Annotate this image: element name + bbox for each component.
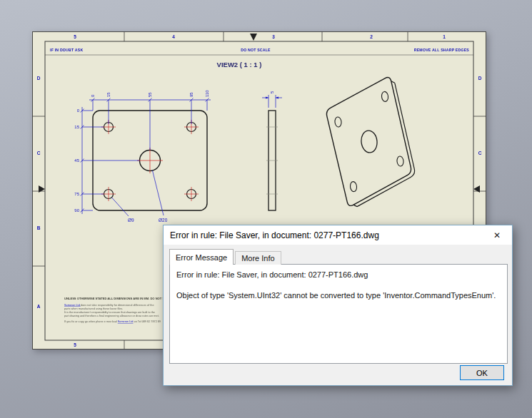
hole-large-label: Ø20 [159, 218, 168, 223]
close-icon[interactable]: ✕ [482, 225, 512, 245]
error-dialog: Error in rule: File Saver, in document: … [163, 225, 513, 386]
zone-right: D [478, 76, 482, 81]
error-message-line-1: Error in rule: File Saver, in document: … [176, 270, 501, 279]
view-title: VIEW2 ( 1 : 1 ) [217, 61, 262, 68]
fine-print-line: Someron Ltd does not take responsibility… [64, 304, 154, 307]
zone-top: 4 [172, 34, 175, 39]
tab-more-info[interactable]: More Info [235, 251, 281, 265]
dim-left: 15 [74, 125, 79, 129]
header-note-right: REMOVE ALL SHARP EDGES [414, 48, 470, 52]
error-message-line-2: Object of type 'System.UInt32' cannot be… [176, 291, 501, 300]
header-note-center: DO NOT SCALE [241, 48, 271, 52]
dim-top: 110 [205, 90, 209, 97]
dim-left: 90 [74, 208, 79, 213]
zone-left: B [37, 225, 41, 230]
dialog-title: Error in rule: File Saver, in document: … [164, 230, 482, 240]
zone-top: 5 [74, 34, 76, 39]
zone-top: 1 [443, 34, 446, 39]
fine-print-line: If you fix or copy go when phone e mee b… [64, 320, 161, 323]
dim-top: 55 [148, 92, 152, 97]
zone-top: 3 [272, 34, 275, 39]
dialog-tab-strip: Error Message More Info [169, 249, 281, 265]
hole-small-label: Ø9 [128, 218, 134, 223]
fine-print-line: It is the manufacturer's responsibility … [64, 311, 155, 314]
zone-left: A [37, 304, 41, 309]
header-note-left: IF IN DOUBT ASK [50, 48, 83, 52]
dim-left: 75 [74, 192, 79, 196]
dim-left: 45 [74, 158, 79, 163]
dim-top: 15 [106, 92, 111, 97]
dim-top: 95 [189, 92, 194, 97]
zone-bottom: 5 [74, 342, 76, 347]
ok-button[interactable]: OK [460, 365, 504, 380]
zone-right: C [478, 151, 482, 156]
error-message-panel: Error in rule: File Saver, in document: … [169, 264, 508, 364]
zone-top: 2 [370, 34, 373, 39]
zone-left: D [37, 76, 41, 81]
dialog-titlebar[interactable]: Error in rule: File Saver, in document: … [164, 225, 512, 245]
fine-print-line: parts when manufactured using these loos… [64, 307, 123, 310]
zone-left: C [37, 151, 41, 156]
tab-error-message[interactable]: Error Message [169, 249, 234, 265]
fine-print-line: part drawing and therefore a final engin… [64, 315, 159, 317]
